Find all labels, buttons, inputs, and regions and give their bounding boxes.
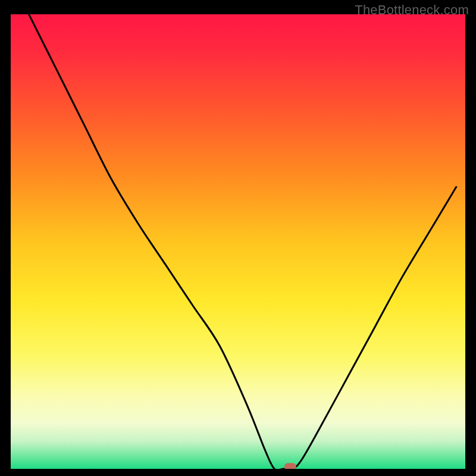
optimal-point-marker	[284, 463, 296, 469]
watermark-text: TheBottleneck.com	[355, 2, 469, 18]
plot-area	[11, 14, 465, 469]
chart-container: TheBottleneck.com	[0, 0, 476, 476]
chart-svg	[11, 14, 465, 469]
gradient-background	[11, 14, 465, 469]
